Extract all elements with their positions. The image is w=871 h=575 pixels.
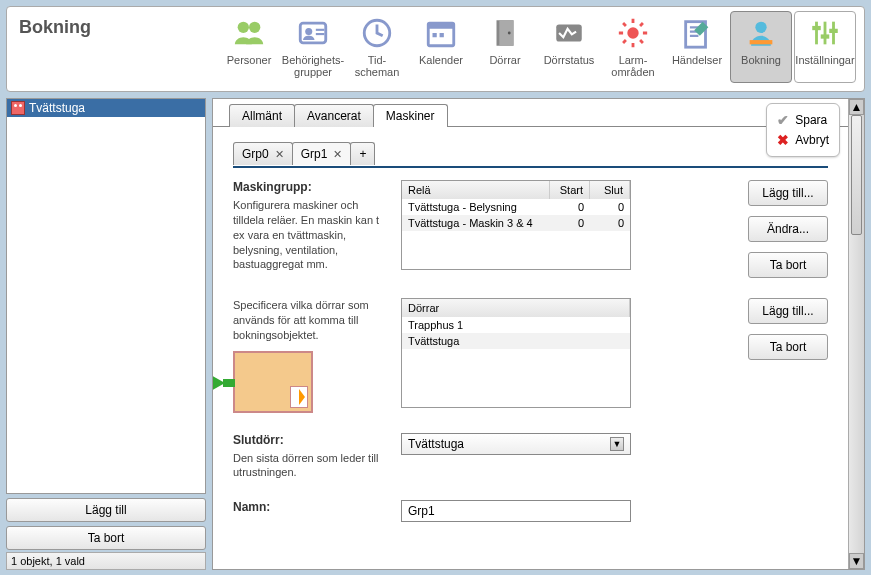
svg-rect-19 <box>815 22 818 45</box>
close-tab-icon[interactable]: ✕ <box>333 148 342 161</box>
toolbar-events-button[interactable]: Händelser <box>666 11 728 83</box>
svg-rect-9 <box>433 33 437 37</box>
tree-remove-button[interactable]: Ta bort <box>6 526 206 550</box>
svg-point-15 <box>627 27 638 38</box>
main-toolbar: PersonerBehörighets- grupperTid- scheman… <box>218 11 856 83</box>
svg-point-1 <box>249 22 260 33</box>
svg-rect-24 <box>829 29 838 33</box>
toolbar-badge-button[interactable]: Behörighets- grupper <box>282 11 344 83</box>
svg-rect-10 <box>440 33 444 37</box>
group-tab-label: Grp0 <box>242 147 269 161</box>
page-title: Bokning <box>15 11 91 38</box>
table-row[interactable]: Tvättstuga - Belysning00 <box>402 199 630 215</box>
svg-point-17 <box>755 22 766 33</box>
doors-desc: Specificera vilka dörrar som används för… <box>233 298 387 343</box>
tree-add-button[interactable]: Lägg till <box>6 498 206 522</box>
cancel-button[interactable]: ✖ Avbryt <box>777 130 829 150</box>
table-row[interactable]: Trapphus 1 <box>402 317 630 333</box>
svg-rect-18 <box>750 40 773 44</box>
calendar-icon <box>424 16 458 50</box>
cancel-label: Avbryt <box>795 133 829 147</box>
svg-rect-8 <box>428 23 454 29</box>
machines-edit-button[interactable]: Ändra... <box>748 216 828 242</box>
object-tree[interactable]: Tvättstuga <box>6 98 206 494</box>
toolbar-settings-button[interactable]: Inställningar <box>794 11 856 83</box>
toolbar-label: Kalender <box>419 54 463 66</box>
toolbar-calendar-button[interactable]: Kalender <box>410 11 472 83</box>
cell-rela: Tvättstuga - Maskin 3 & 4 <box>402 215 550 231</box>
toolbar-label: Behörighets- grupper <box>282 54 344 78</box>
status-bar: 1 objekt, 1 vald <box>6 552 206 570</box>
vertical-scrollbar[interactable]: ▲ ▼ <box>848 99 864 569</box>
svg-rect-23 <box>821 34 830 38</box>
toolbar-booking-button[interactable]: Bokning <box>730 11 792 83</box>
toolbar-people-button[interactable]: Personer <box>218 11 280 83</box>
col-start: Start <box>550 181 590 199</box>
machines-delete-button[interactable]: Ta bort <box>748 252 828 278</box>
toolbar-clock-button[interactable]: Tid- scheman <box>346 11 408 83</box>
svg-rect-4 <box>316 29 325 31</box>
clock-icon <box>360 16 394 50</box>
cell-start: 0 <box>550 215 590 231</box>
group-tab-label: Grp1 <box>301 147 328 161</box>
toolbar-door-button[interactable]: Dörrar <box>474 11 536 83</box>
col-slut: Slut <box>590 181 630 199</box>
enddoor-value: Tvättstuga <box>408 437 464 451</box>
toolbar-doorstatus-button[interactable]: Dörrstatus <box>538 11 600 83</box>
cell-start: 0 <box>550 199 590 215</box>
enddoor-desc: Den sista dörren som leder till utrustni… <box>233 451 387 481</box>
doors-graphic-icon <box>233 351 313 413</box>
toolbar-label: Händelser <box>672 54 722 66</box>
tab-allmänt[interactable]: Allmänt <box>229 104 295 127</box>
svg-point-0 <box>238 22 249 33</box>
tab-avancerat[interactable]: Avancerat <box>294 104 374 127</box>
doors-delete-button[interactable]: Ta bort <box>748 334 828 360</box>
doors-table[interactable]: Dörrar Trapphus 1Tvättstuga <box>401 298 631 408</box>
enddoor-title: Slutdörr: <box>233 433 387 447</box>
table-row[interactable]: Tvättstuga - Maskin 3 & 400 <box>402 215 630 231</box>
tab-maskiner[interactable]: Maskiner <box>373 104 448 127</box>
booking-icon <box>744 16 778 50</box>
cancel-icon: ✖ <box>777 132 789 148</box>
events-icon <box>680 16 714 50</box>
scroll-up-icon[interactable]: ▲ <box>849 99 864 115</box>
machines-title: Maskingrupp: <box>233 180 387 194</box>
save-button[interactable]: ✔ Spara <box>777 110 829 130</box>
tree-item-label: Tvättstuga <box>29 101 85 115</box>
group-tabs: Grp0✕Grp1✕+ <box>233 141 828 164</box>
name-input[interactable] <box>401 500 631 522</box>
svg-rect-20 <box>824 22 827 45</box>
badge-icon <box>296 16 330 50</box>
cell-rela: Tvättstuga - Belysning <box>402 199 550 215</box>
close-tab-icon[interactable]: ✕ <box>275 148 284 161</box>
scroll-thumb[interactable] <box>851 115 862 235</box>
toolbar-alarm-button[interactable]: Larm- områden <box>602 11 664 83</box>
toolbar-label: Personer <box>227 54 272 66</box>
detail-tabs: AllmäntAvanceratMaskiner <box>213 99 848 127</box>
col-doors: Dörrar <box>402 299 630 317</box>
toolbar-label: Dörrar <box>489 54 520 66</box>
machines-add-button[interactable]: Lägg till... <box>748 180 828 206</box>
machines-table[interactable]: Relä Start Slut Tvättstuga - Belysning00… <box>401 180 631 270</box>
dropdown-arrow-icon: ▼ <box>610 437 624 451</box>
toolbar-label: Inställningar <box>795 54 854 66</box>
cell-slut: 0 <box>590 215 630 231</box>
toolbar-label: Tid- scheman <box>355 54 400 78</box>
enddoor-select[interactable]: Tvättstuga ▼ <box>401 433 631 455</box>
svg-point-3 <box>305 28 312 35</box>
svg-rect-5 <box>316 33 325 35</box>
save-cancel-panel: ✔ Spara ✖ Avbryt <box>766 103 840 157</box>
check-icon: ✔ <box>777 112 789 128</box>
group-tab-grp0[interactable]: Grp0✕ <box>233 142 293 165</box>
people-icon <box>232 16 266 50</box>
add-group-tab-button[interactable]: + <box>350 142 375 165</box>
tree-item-tvattstuga[interactable]: Tvättstuga <box>7 99 205 117</box>
cell-door: Tvättstuga <box>402 333 630 349</box>
scroll-down-icon[interactable]: ▼ <box>849 553 864 569</box>
name-title: Namn: <box>233 500 387 514</box>
svg-point-13 <box>508 32 511 35</box>
doors-add-button[interactable]: Lägg till... <box>748 298 828 324</box>
table-row[interactable]: Tvättstuga <box>402 333 630 349</box>
group-tab-grp1[interactable]: Grp1✕ <box>292 142 352 165</box>
svg-rect-22 <box>812 26 821 30</box>
